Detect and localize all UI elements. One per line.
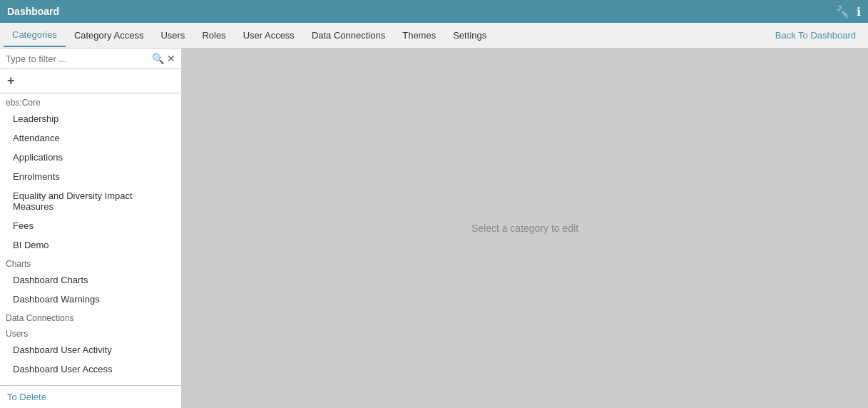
add-category-button[interactable]: + [7, 73, 15, 88]
app-header: Dashboard 🔧 ℹ [0, 0, 868, 23]
group-label-charts: Charts [0, 255, 181, 270]
wrench-icon[interactable]: 🔧 [835, 5, 849, 19]
list-item[interactable]: Fees [0, 216, 181, 235]
list-item[interactable]: Attendance [0, 128, 181, 148]
tab-roles[interactable]: Roles [193, 24, 234, 46]
main-layout: 🔍 ✕ + ebs:Core Leadership Attendance App… [0, 49, 868, 408]
app-title: Dashboard [7, 6, 59, 17]
filter-bar: 🔍 ✕ [0, 49, 181, 69]
tab-user-access[interactable]: User Access [235, 24, 303, 46]
select-prompt: Select a category to edit [471, 223, 578, 234]
tab-data-connections[interactable]: Data Connections [303, 24, 394, 46]
group-label-ebs-core: ebs:Core [0, 93, 181, 109]
list-item[interactable]: Dashboard Warnings [0, 290, 181, 309]
tab-category-access[interactable]: Category Access [66, 24, 153, 46]
header-icons: 🔧 ℹ [835, 5, 861, 19]
search-icon[interactable]: 🔍 [152, 53, 164, 64]
list-item[interactable]: Dashboard User Activity [0, 340, 181, 359]
sidebar: 🔍 ✕ + ebs:Core Leadership Attendance App… [0, 49, 182, 408]
list-item[interactable]: Dashboard Charts [0, 270, 181, 290]
nav-tabs: Categories Category Access Users Roles U… [0, 23, 868, 49]
sidebar-footer: To Delete [0, 385, 181, 408]
filter-input[interactable] [6, 53, 149, 64]
list-item[interactable]: Leadership [0, 109, 181, 128]
content-area: Select a category to edit [182, 49, 868, 408]
group-label-data-connections: Data Connections [0, 309, 181, 325]
list-item[interactable]: Dashboard User Access [0, 359, 181, 379]
clear-filter-icon[interactable]: ✕ [167, 53, 175, 64]
list-item[interactable]: Applications [0, 148, 181, 167]
to-delete-link[interactable]: To Delete [7, 392, 46, 402]
sidebar-list: ebs:Core Leadership Attendance Applicati… [0, 93, 181, 385]
sidebar-toolbar: + [0, 69, 181, 93]
list-item[interactable]: Equality and Diversity Impact Measures [0, 186, 181, 216]
tab-themes[interactable]: Themes [394, 24, 444, 46]
tab-categories[interactable]: Categories [4, 24, 66, 47]
group-label-users: Users [0, 325, 181, 340]
back-to-dashboard-link[interactable]: Back To Dashboard [767, 24, 864, 46]
list-item[interactable]: Enrolments [0, 167, 181, 186]
info-icon[interactable]: ℹ [857, 5, 861, 19]
tab-users[interactable]: Users [152, 24, 193, 46]
tab-settings[interactable]: Settings [444, 24, 495, 46]
list-item[interactable]: BI Demo [0, 235, 181, 255]
